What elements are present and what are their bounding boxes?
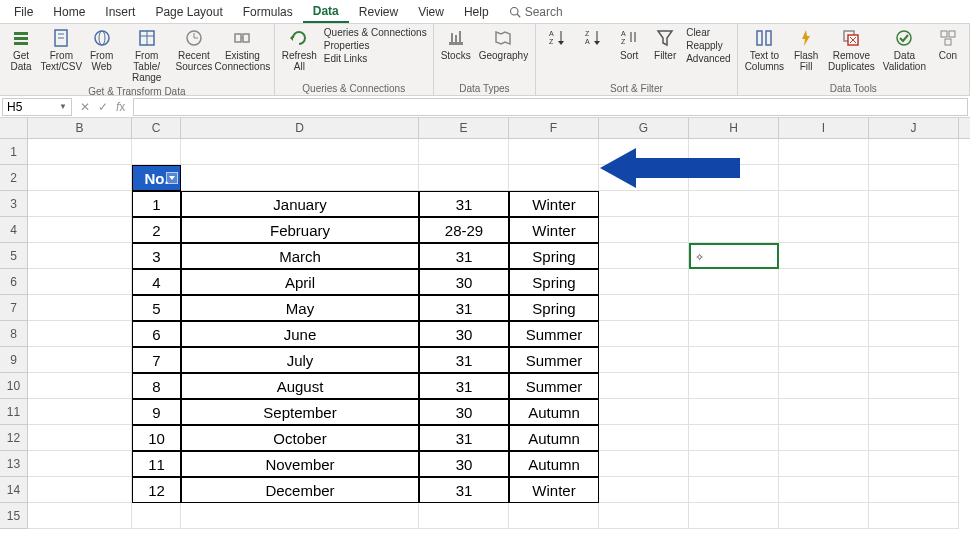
menu-file[interactable]: File (4, 2, 43, 22)
table-cell[interactable]: February (181, 217, 419, 243)
cell-H11[interactable] (689, 399, 779, 425)
ribbon-btn-from-web[interactable]: FromWeb (85, 26, 119, 74)
table-header-no[interactable]: No. (132, 165, 181, 191)
table-cell[interactable]: 31 (419, 191, 509, 217)
ribbon-btn-get-data[interactable]: GetData (4, 26, 38, 74)
menu-home[interactable]: Home (43, 2, 95, 22)
cell-J11[interactable] (869, 399, 959, 425)
cell-I9[interactable] (779, 347, 869, 373)
table-cell[interactable]: Spring (509, 295, 599, 321)
col-header-F[interactable]: F (509, 118, 599, 138)
cell-J1[interactable] (869, 139, 959, 165)
table-cell[interactable]: 28-29 (419, 217, 509, 243)
ribbon-btn-refresh-all[interactable]: RefreshAll (279, 26, 320, 74)
row-header-4[interactable]: 4 (0, 217, 27, 243)
cell-D15[interactable] (181, 503, 419, 529)
col-header-G[interactable]: G (599, 118, 689, 138)
col-header-D[interactable]: D (181, 118, 419, 138)
ribbon-btn-filter[interactable]: Filter (648, 26, 682, 63)
cell-I7[interactable] (779, 295, 869, 321)
cell-I14[interactable] (779, 477, 869, 503)
table-cell[interactable]: 9 (132, 399, 181, 425)
ribbon-btn-con[interactable]: Con (931, 26, 965, 63)
table-cell[interactable]: 12 (132, 477, 181, 503)
ribbon-btn-sort-az[interactable]: AZ (540, 26, 574, 52)
name-box[interactable]: H5 ▼ (2, 98, 72, 116)
cell-B4[interactable] (28, 217, 132, 243)
table-cell[interactable]: 10 (132, 425, 181, 451)
table-cell[interactable]: April (181, 269, 419, 295)
ribbon-mini-advanced[interactable]: Advanced (684, 52, 732, 65)
cell-E2[interactable] (419, 165, 509, 191)
ribbon-mini-clear[interactable]: Clear (684, 26, 732, 39)
table-cell[interactable]: Winter (509, 191, 599, 217)
menu-insert[interactable]: Insert (95, 2, 145, 22)
cell-J10[interactable] (869, 373, 959, 399)
cell-J4[interactable] (869, 217, 959, 243)
table-cell[interactable]: 31 (419, 373, 509, 399)
cell-B7[interactable] (28, 295, 132, 321)
row-header-14[interactable]: 14 (0, 477, 27, 503)
cell-G5[interactable] (599, 243, 689, 269)
table-cell[interactable]: November (181, 451, 419, 477)
table-cell[interactable]: Summer (509, 321, 599, 347)
cell-I3[interactable] (779, 191, 869, 217)
cell-H15[interactable] (689, 503, 779, 529)
ribbon-mini-reapply[interactable]: Reapply (684, 39, 732, 52)
cell-B8[interactable] (28, 321, 132, 347)
cell-J5[interactable] (869, 243, 959, 269)
table-cell[interactable]: 31 (419, 425, 509, 451)
cell-B10[interactable] (28, 373, 132, 399)
col-header-J[interactable]: J (869, 118, 959, 138)
row-header-12[interactable]: 12 (0, 425, 27, 451)
select-all-corner[interactable] (0, 118, 28, 139)
cell-J7[interactable] (869, 295, 959, 321)
cell-J13[interactable] (869, 451, 959, 477)
ribbon-btn-from-text-csv[interactable]: FromText/CSV (40, 26, 83, 74)
cell-G13[interactable] (599, 451, 689, 477)
table-cell[interactable]: Autumn (509, 425, 599, 451)
enter-icon[interactable]: ✓ (98, 100, 108, 114)
row-header-2[interactable]: 2 (0, 165, 27, 191)
row-header-10[interactable]: 10 (0, 373, 27, 399)
cell-J12[interactable] (869, 425, 959, 451)
cell-G7[interactable] (599, 295, 689, 321)
ribbon-btn-from-table-range[interactable]: From Table/Range (121, 26, 173, 85)
spreadsheet-grid[interactable]: BCDEFGHIJ 123456789101112131415 No.Month… (0, 118, 970, 546)
table-cell[interactable]: Autumn (509, 399, 599, 425)
cell-C15[interactable] (132, 503, 181, 529)
cell-B3[interactable] (28, 191, 132, 217)
row-header-3[interactable]: 3 (0, 191, 27, 217)
cell-B6[interactable] (28, 269, 132, 295)
table-cell[interactable]: June (181, 321, 419, 347)
cell-H10[interactable] (689, 373, 779, 399)
table-cell[interactable]: 30 (419, 451, 509, 477)
menu-formulas[interactable]: Formulas (233, 2, 303, 22)
col-header-H[interactable]: H (689, 118, 779, 138)
ribbon-btn-recent-sources[interactable]: RecentSources (175, 26, 213, 74)
table-cell[interactable]: Winter (509, 477, 599, 503)
table-cell[interactable]: December (181, 477, 419, 503)
menu-review[interactable]: Review (349, 2, 408, 22)
cell-F1[interactable] (509, 139, 599, 165)
cell-I2[interactable] (779, 165, 869, 191)
cell-I12[interactable] (779, 425, 869, 451)
table-cell[interactable]: 1 (132, 191, 181, 217)
row-header-6[interactable]: 6 (0, 269, 27, 295)
ribbon-btn-flash-fill[interactable]: FlashFill (789, 26, 823, 74)
table-cell[interactable]: Spring (509, 269, 599, 295)
menu-view[interactable]: View (408, 2, 454, 22)
cell-H3[interactable] (689, 191, 779, 217)
col-header-I[interactable]: I (779, 118, 869, 138)
ribbon-btn-sort[interactable]: AZSort (612, 26, 646, 63)
ribbon-btn-data-validation[interactable]: DataValidation (880, 26, 929, 74)
cell-B9[interactable] (28, 347, 132, 373)
ribbon-mini-properties[interactable]: Properties (322, 39, 429, 52)
menu-page-layout[interactable]: Page Layout (145, 2, 232, 22)
col-header-E[interactable]: E (419, 118, 509, 138)
cell-H12[interactable] (689, 425, 779, 451)
table-cell[interactable]: 2 (132, 217, 181, 243)
ribbon-btn-remove-duplicates[interactable]: RemoveDuplicates (825, 26, 878, 74)
cell-J6[interactable] (869, 269, 959, 295)
ribbon-btn-text-to-columns[interactable]: Text toColumns (742, 26, 787, 74)
